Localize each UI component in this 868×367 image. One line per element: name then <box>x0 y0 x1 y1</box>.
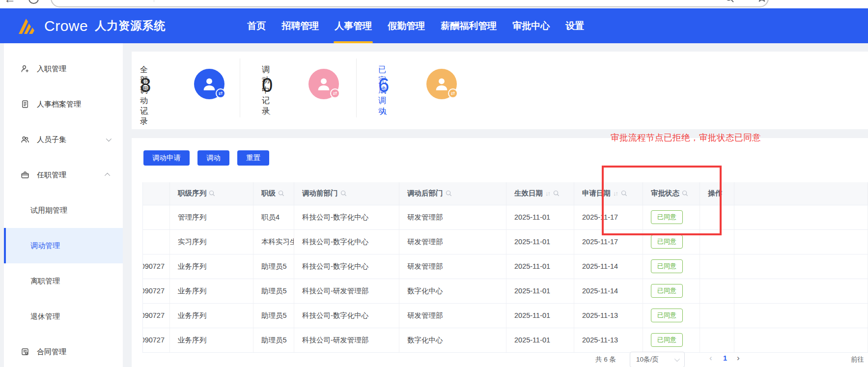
sidebar-item-label: 试用期管理 <box>30 206 67 215</box>
stat-unit: 人 <box>380 107 387 115</box>
document-icon <box>21 100 29 109</box>
sidebar-item-label: 人事档案管理 <box>37 100 81 109</box>
chevron-down-icon <box>674 356 680 362</box>
sidebar-subitem-transfer[interactable]: 调动管理 <box>4 228 123 263</box>
pagination-goto-label: 前往 <box>851 355 864 364</box>
col-to-dept[interactable]: 调动后部门 <box>399 182 506 205</box>
table-row: 090727 业务序列 助理员5 科技公司-研发管理部 数字化中心 2025-1… <box>143 328 868 352</box>
sort-icon[interactable]: ↓↑ <box>545 190 550 197</box>
address-search-icon[interactable] <box>725 0 734 5</box>
status-badge: 已同意 <box>651 284 683 298</box>
col-filler <box>734 182 868 205</box>
col-effective-date[interactable]: 生效日期↓↑ <box>506 182 574 205</box>
app-title: 人力资源系统 <box>95 18 166 33</box>
nav-recruitment[interactable]: 招聘管理 <box>274 8 327 43</box>
col-id <box>143 182 170 205</box>
app-header: Crowe 人力资源系统 首页 招聘管理 人事管理 假勤管理 薪酬福利管理 审批… <box>0 8 868 43</box>
browser-back-icon[interactable]: ← <box>4 0 16 6</box>
pagination-total: 共 6 条 <box>595 355 616 364</box>
stat-divider <box>356 58 357 117</box>
stat-value: 8 <box>140 74 151 96</box>
reset-button[interactable]: 重置 <box>237 150 269 166</box>
col-level[interactable]: 职级 <box>253 182 294 205</box>
nav-compensation[interactable]: 薪酬福利管理 <box>433 8 504 43</box>
pagination-prev-icon[interactable]: ‹ <box>709 353 712 363</box>
stat-divider <box>240 58 240 117</box>
transfer-user-icon-pink: ⇄ <box>308 69 339 99</box>
transfer-user-icon-orange: ⇄ <box>426 69 457 99</box>
main-nav: 首页 招聘管理 人事管理 假勤管理 薪酬福利管理 审批中心 设置 <box>239 8 592 43</box>
annotation-box <box>602 166 722 235</box>
logo: Crowe 人力资源系统 <box>18 17 166 35</box>
chevron-down-icon <box>106 136 112 141</box>
browser-address-bar[interactable]: 不安全 hr-test.zjf-it.ch/#/hrManagement/emp… <box>51 0 769 7</box>
sidebar-item-label: 退休管理 <box>30 312 60 321</box>
brand-name: Crowe <box>44 18 88 34</box>
col-series[interactable]: 职级序列 <box>170 182 253 205</box>
sidebar-item-label: 离职管理 <box>30 277 60 286</box>
sidebar-item-label: 调动管理 <box>30 241 60 251</box>
status-badge: 已同意 <box>651 235 683 249</box>
pagination-next-icon[interactable]: › <box>737 353 740 363</box>
sidebar-item-position-mgmt[interactable]: 任职管理 <box>4 157 123 193</box>
toolbar: 调动申请 调动 重置 <box>143 150 269 166</box>
filter-search-icon[interactable] <box>209 190 215 197</box>
sidebar-item-personnel-subset[interactable]: 人员子集 <box>4 122 123 157</box>
col-from-dept[interactable]: 调动前部门 <box>294 182 399 205</box>
status-badge: 已同意 <box>651 333 683 347</box>
filter-search-icon[interactable] <box>340 190 347 197</box>
filter-search-icon[interactable] <box>446 190 452 197</box>
table-row: 管理序列 职员4 科技公司-数字化中心 研发管理部 2025-11-01 202… <box>143 205 868 229</box>
browser-chrome: ← 不安全 hr-test.zjf-it.ch/#/hrManagement/e… <box>0 0 868 8</box>
transfer-table: 职级序列 职级 调动前部门 调动后部门 生效日期↓↑ 申请日期↓↑ 审批状态 操… <box>142 182 868 353</box>
sidebar-item-label: 合同管理 <box>37 347 66 357</box>
filter-search-icon[interactable] <box>553 190 560 197</box>
page-size-select[interactable]: 10条/页 <box>630 352 685 367</box>
page: ← 不安全 hr-test.zjf-it.ch/#/hrManagement/e… <box>0 0 868 367</box>
status-badge: 已同意 <box>651 309 683 322</box>
table-row: 090727 业务序列 助理员5 科技公司-研发管理部 数字化中心 2025-1… <box>143 279 868 303</box>
security-label: 不安全 <box>129 0 149 1</box>
stat-value: 0 <box>262 74 273 96</box>
table-row: 实习序列 本科实习生 科技公司-数字化中心 研发管理部 2025-11-01 2… <box>143 229 868 254</box>
user-add-icon <box>21 64 29 73</box>
nav-attendance[interactable]: 假勤管理 <box>380 8 433 43</box>
sidebar-item-onboarding[interactable]: 入职管理 <box>4 51 123 86</box>
nav-personnel[interactable]: 人事管理 <box>327 8 380 43</box>
nav-approval-center[interactable]: 审批中心 <box>504 8 558 43</box>
table-row: 090727 业务序列 助理员5 科技公司-数字化中心 研发管理部 2025-1… <box>143 254 868 279</box>
sidebar-subitem-retirement[interactable]: 退休管理 <box>4 299 123 334</box>
bookmark-star-icon[interactable] <box>757 0 767 4</box>
address-divider <box>154 0 154 2</box>
stat-unit: 人 <box>263 107 271 115</box>
table-header-row: 职级序列 职级 调动前部门 调动后部门 生效日期↓↑ 申请日期↓↑ 审批状态 操… <box>143 182 868 205</box>
transfer-table-card: 调动申请 调动 重置 职级序列 职级 调动前部门 调动后部门 生效日期↓↑ 申请… <box>132 138 868 367</box>
status-badge: 已同意 <box>651 259 683 273</box>
pagination-current-page[interactable]: 1 <box>723 354 727 362</box>
nav-home[interactable]: 首页 <box>239 8 274 43</box>
stat-unit: 人 <box>141 107 149 115</box>
sidebar-item-personnel-files[interactable]: 人事档案管理 <box>4 86 123 122</box>
filter-search-icon[interactable] <box>278 190 284 197</box>
users-icon <box>21 135 29 144</box>
stats-card: 全部调动记录 8人 ⇄ 调动中记录 0人 ⇄ 已完成调动 6人 ⇄ <box>132 52 868 129</box>
stat-value: 6 <box>378 74 389 96</box>
transfer-user-icon-blue: ⇄ <box>194 69 224 99</box>
briefcase-icon <box>21 170 29 179</box>
nav-settings[interactable]: 设置 <box>558 8 592 43</box>
sidebar: 入职管理 人事档案管理 人员子集 任职管理 试用期管理 调动管理 离职管理 退休… <box>4 43 123 367</box>
table-row: 090727 业务序列 助理员5 科技公司-数字化中心 研发管理部 2025-1… <box>143 303 868 328</box>
chevron-up-icon <box>105 173 110 178</box>
contract-icon <box>21 347 29 356</box>
browser-reload-icon[interactable] <box>28 0 39 4</box>
sidebar-item-label: 入职管理 <box>37 64 66 74</box>
annotation-text: 审批流程节点已拒绝，审批状态已同意 <box>611 132 761 143</box>
sidebar-item-label: 任职管理 <box>37 170 66 180</box>
sidebar-item-label: 人员子集 <box>37 135 66 144</box>
sidebar-subitem-resignation[interactable]: 离职管理 <box>4 263 123 299</box>
sidebar-item-contract[interactable]: 合同管理 <box>4 334 123 367</box>
transfer-request-button[interactable]: 调动申请 <box>143 150 190 166</box>
sidebar-subitem-probation[interactable]: 试用期管理 <box>4 193 123 228</box>
transfer-button[interactable]: 调动 <box>197 150 229 166</box>
crowe-logo-icon <box>18 17 38 35</box>
